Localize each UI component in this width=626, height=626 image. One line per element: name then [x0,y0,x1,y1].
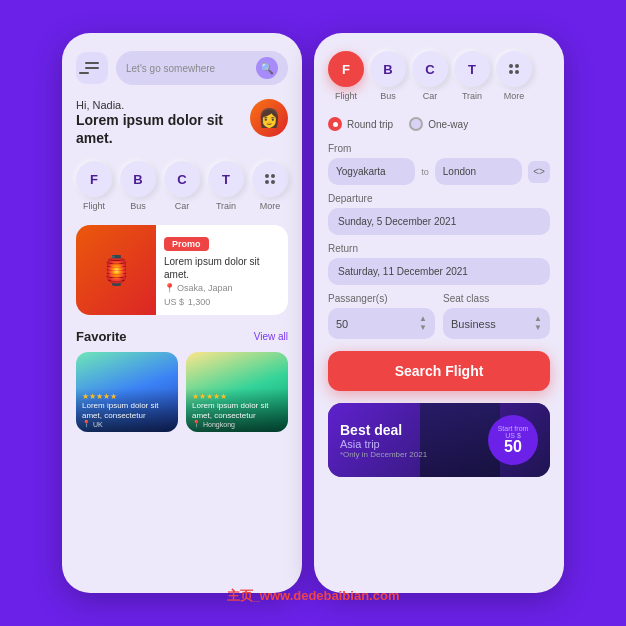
right-phone: F Flight B Bus C Car T Train [314,33,564,593]
search-placeholder: Let's go somewhere [126,63,250,74]
cat-bus[interactable]: B Bus [120,161,156,211]
passangers-down[interactable]: ▼ [419,324,427,332]
rcat-bus[interactable]: B Bus [370,51,406,101]
promo-content: Promo Lorem ipsum dolor sit amet. 📍 Osak… [156,225,288,315]
rcat-car[interactable]: C Car [412,51,448,101]
rcat-train[interactable]: T Train [454,51,490,101]
avatar: 👩 [250,99,288,137]
promo-image: 🏮 [76,225,156,315]
fav-hk-name: Lorem ipsum dolor sit amet, consectetur [192,401,282,420]
round-trip-option[interactable]: Round trip [328,117,393,131]
train-icon: T [208,161,244,197]
cat-flight[interactable]: F Flight [76,161,112,211]
best-deal-amount: 50 [504,439,522,455]
fav-uk-stars: ★★★★★ [82,392,172,401]
more-icon [252,161,288,197]
rcat-car-icon: C [412,51,448,87]
seat-value: Business [451,318,496,330]
fav-hk[interactable]: ★★★★★ Lorem ipsum dolor sit amet, consec… [186,352,288,432]
favorites-row: ★★★★★ Lorem ipsum dolor sit amet, consec… [76,352,288,432]
round-trip-label: Round trip [347,119,393,130]
view-all-button[interactable]: View all [254,331,288,342]
rcat-flight-label: Flight [335,91,357,101]
passangers-value: 50 [336,318,348,330]
rcat-car-label: Car [423,91,438,101]
cat-car[interactable]: C Car [164,161,200,211]
rcat-more-label: More [504,91,525,101]
rcat-more-icon [496,51,532,87]
best-deal-note: *Only in December 2021 [340,450,427,459]
cat-train[interactable]: T Train [208,161,244,211]
cat-more[interactable]: More [252,161,288,211]
train-label: Train [216,201,236,211]
one-way-radio[interactable] [409,117,423,131]
search-flight-button[interactable]: Search Flight [328,351,550,391]
trip-type-row: Round trip One-way [328,117,550,131]
seat-spinner[interactable]: Business ▲ ▼ [443,308,550,339]
flight-label: Flight [83,201,105,211]
return-label: Return [328,243,550,254]
departure-input[interactable]: Sunday, 5 December 2021 [328,208,550,235]
favorites-title: Favorite [76,329,127,344]
best-deal-price-circle: Start from US $ 50 [488,415,538,465]
from-label: From [328,143,550,154]
best-deal-start-from: Start from [498,425,529,432]
rcat-train-label: Train [462,91,482,101]
return-input[interactable]: Saturday, 11 December 2021 [328,258,550,285]
seat-label: Seat class [443,293,550,304]
departure-label: Departure [328,193,550,204]
favorites-header: Favorite View all [76,329,288,344]
passangers-spinner[interactable]: 50 ▲ ▼ [328,308,435,339]
car-label: Car [175,201,190,211]
greeting-row: Hi, Nadia. Lorem ipsum dolor sit amet. 👩 [76,99,288,147]
greeting-text: Lorem ipsum dolor sit amet. [76,111,250,147]
seat-up[interactable]: ▲ [534,315,542,323]
fav-hk-loc: 📍 Hongkong [192,420,282,428]
bus-label: Bus [130,201,146,211]
seat-down[interactable]: ▼ [534,324,542,332]
passangers-arrows[interactable]: ▲ ▼ [419,315,427,332]
search-icon[interactable]: 🔍 [256,57,278,79]
best-deal-tag: Best deal [340,422,427,438]
car-icon: C [164,161,200,197]
to-input[interactable]: London [435,158,522,185]
to-label: to [421,167,429,177]
one-way-option[interactable]: One-way [409,117,468,131]
rcat-more[interactable]: More [496,51,532,101]
greeting-name: Hi, Nadia. [76,99,250,111]
rcat-train-icon: T [454,51,490,87]
fav-uk[interactable]: ★★★★★ Lorem ipsum dolor sit amet, consec… [76,352,178,432]
passangers-seat-row: Passanger(s) 50 ▲ ▼ Seat class Business … [328,293,550,339]
promo-badge: Promo [164,237,209,251]
seat-arrows[interactable]: ▲ ▼ [534,315,542,332]
promo-emoji: 🏮 [99,254,134,287]
more-label: More [260,201,281,211]
left-phone: Let's go somewhere 🔍 Hi, Nadia. Lorem ip… [62,33,302,593]
fav-uk-loc: 📍 UK [82,420,172,428]
passangers-up[interactable]: ▲ [419,315,427,323]
rcat-flight[interactable]: F Flight [328,51,364,101]
menu-icon[interactable] [76,52,108,84]
left-search-bar[interactable]: Let's go somewhere 🔍 [116,51,288,85]
swap-icon[interactable]: <> [528,161,550,183]
from-to-row: Yogyakarta to London <> [328,158,550,185]
left-category-row: F Flight B Bus C Car T Train [76,161,288,211]
seat-col: Seat class Business ▲ ▼ [443,293,550,339]
fav-uk-overlay: ★★★★★ Lorem ipsum dolor sit amet, consec… [76,388,178,432]
rcat-bus-icon: B [370,51,406,87]
promo-text: Lorem ipsum dolor sit amet. [164,255,280,281]
right-category-row: F Flight B Bus C Car T Train [328,51,550,101]
rcat-flight-icon: F [328,51,364,87]
rcat-bus-label: Bus [380,91,396,101]
from-input[interactable]: Yogyakarta [328,158,415,185]
flight-icon: F [76,161,112,197]
promo-card[interactable]: 🏮 Promo Lorem ipsum dolor sit amet. 📍 Os… [76,225,288,315]
round-trip-radio[interactable] [328,117,342,131]
passangers-col: Passanger(s) 50 ▲ ▼ [328,293,435,339]
watermark: 主页_www.dedebaibian.com [227,587,400,605]
fav-hk-stars: ★★★★★ [192,392,282,401]
best-deal-card[interactable]: Best deal Asia trip *Only in December 20… [328,403,550,477]
bus-icon: B [120,161,156,197]
left-header: Let's go somewhere 🔍 [76,51,288,85]
promo-price: US $ 1,300 [164,293,280,308]
